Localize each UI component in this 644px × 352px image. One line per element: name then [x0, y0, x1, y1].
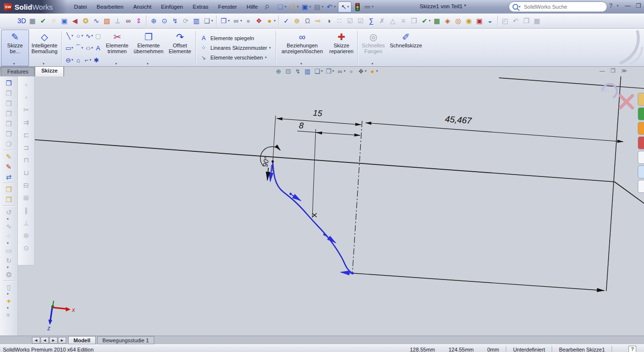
- image-quality-icon[interactable]: ▣: [59, 15, 70, 26]
- render-settings-icon[interactable]: ❖: [254, 15, 264, 26]
- view-front-cube-icon[interactable]: ❐: [2, 78, 15, 88]
- smart-dimension-caret[interactable]: ▾: [43, 62, 44, 66]
- previous-frame-button[interactable]: ◀: [41, 337, 49, 344]
- check-active-doc-icon-caret[interactable]: ▾: [429, 19, 431, 23]
- pin-menu-icon[interactable]: ⚲: [263, 2, 271, 11]
- menu-item-fenster[interactable]: Fenster: [213, 2, 242, 11]
- ellipse-tool-icon[interactable]: ○: [82, 44, 94, 52]
- scene-ball-icon-caret[interactable]: ▾: [274, 19, 276, 23]
- fillet-tool-icon-caret[interactable]: ▾: [89, 58, 91, 62]
- measure-extent-icon[interactable]: ⇕: [133, 15, 144, 26]
- zoom-fit-icon[interactable]: ⊕: [274, 67, 283, 75]
- menu-item-einf-gen[interactable]: Einfügen: [156, 2, 188, 11]
- taskpane-custom-properties-tab[interactable]: [638, 180, 644, 193]
- spline-handle-start[interactable]: [270, 165, 272, 181]
- accept-coin-icon[interactable]: ◉: [464, 15, 474, 26]
- move-copy-icon[interactable]: ⇄: [2, 172, 15, 182]
- polygon-tool-icon[interactable]: ⌂: [74, 56, 82, 64]
- dimension-8[interactable]: 8: [297, 121, 360, 135]
- display-style-icon-caret[interactable]: ▾: [333, 69, 335, 73]
- restore-button[interactable]: ❐: [636, 2, 641, 9]
- rainbow-cube-icon[interactable]: ▧: [102, 15, 112, 26]
- check-active-doc-icon[interactable]: ✔: [419, 15, 430, 26]
- routing-cable-icon[interactable]: ∿: [91, 15, 102, 26]
- taskpane-design-library-tab[interactable]: [638, 107, 644, 120]
- select-tool-button[interactable]: ↖ ▾: [338, 1, 351, 13]
- view-orientation-icon[interactable]: ❏: [312, 67, 322, 75]
- rebuild-traffic-light-icon[interactable]: [355, 3, 360, 11]
- repair-sketch-button[interactable]: ✚ Skizze reparieren: [327, 29, 356, 66]
- spline-point-3[interactable]: [323, 234, 326, 236]
- tape-measure-icon[interactable]: ⊚: [292, 15, 302, 26]
- taskpane-resources-tab[interactable]: [638, 93, 644, 106]
- taskpane-search-tab[interactable]: [638, 136, 644, 149]
- print-caret[interactable]: ▾: [322, 5, 323, 9]
- spline-point-x[interactable]: [312, 213, 317, 217]
- linear-pattern-caret[interactable]: ▾: [269, 46, 271, 50]
- design-study-icon[interactable]: ◈: [442, 15, 453, 26]
- sketch-canvas[interactable]: 15 8 45,467 90°: [35, 76, 644, 336]
- display-relations-button[interactable]: ∞ Beziehungen anzeigen/löschen ▾: [278, 29, 327, 66]
- spellchecker-abc-icon[interactable]: ✓: [281, 15, 292, 26]
- highlight-box-2-icon[interactable]: ❒: [2, 194, 15, 205]
- open-document-icon[interactable]: ❍: [287, 1, 298, 12]
- tab-modell[interactable]: Modell: [68, 336, 96, 344]
- spline-point-start[interactable]: [272, 161, 274, 163]
- new-view-sheet-icon-caret[interactable]: ▾: [211, 19, 213, 23]
- quick-tip-help-button[interactable]: ?: [629, 346, 636, 352]
- appearance-icon-caret[interactable]: ▾: [365, 69, 367, 73]
- binoculars-search-icon[interactable]: ∞: [123, 15, 133, 26]
- convert-entities-button[interactable]: ❐ Elemente übernehmen ▾: [131, 29, 166, 66]
- doc-minimize-button[interactable]: —: [600, 68, 605, 74]
- new-document-caret[interactable]: ▾: [285, 5, 287, 9]
- cancel-sketch-icon[interactable]: [620, 96, 632, 108]
- text-tool-icon[interactable]: A: [94, 44, 102, 52]
- gears-icon[interactable]: ❂: [80, 15, 91, 26]
- spline-point-end[interactable]: [351, 272, 353, 274]
- smart-dimension-button[interactable]: ◇ Intelligente Bemaßung ▾: [29, 29, 60, 66]
- fastener-screw-icon[interactable]: ⊥: [112, 15, 123, 26]
- pattern-grid-icon-caret[interactable]: ▾: [7, 241, 9, 245]
- menu-item-datei[interactable]: Datei: [69, 2, 92, 11]
- mass-properties-icon[interactable]: Ω: [302, 15, 313, 26]
- bottom-edge-line[interactable]: [352, 273, 604, 291]
- zoom-in-icon[interactable]: ⊕: [148, 15, 159, 26]
- view-orientation-icon-caret[interactable]: ▾: [321, 69, 323, 73]
- verification-check-icon[interactable]: ✔: [38, 15, 48, 26]
- equations-sigma-icon[interactable]: ∑: [366, 15, 377, 26]
- graphics-area[interactable]: 15 8 45,467 90°: [35, 76, 644, 336]
- section-view-icon[interactable]: ▥: [303, 67, 312, 75]
- taskpane-expand-button[interactable]: ≫: [621, 68, 627, 74]
- help-button[interactable]: ?: [609, 2, 613, 9]
- search-scope-caret[interactable]: ▾: [519, 5, 521, 9]
- spline-tool-icon-caret[interactable]: ▾: [91, 34, 93, 38]
- save-icon[interactable]: ▣: [300, 1, 310, 12]
- options-caret[interactable]: ▾: [372, 5, 374, 9]
- repair-sketch-icon[interactable]: ✎: [2, 161, 15, 172]
- menu-item-ansicht[interactable]: Ansicht: [128, 2, 156, 11]
- target-rings-icon[interactable]: ◎: [453, 15, 464, 26]
- dimension-45467[interactable]: 45,467: [366, 114, 623, 142]
- view-cube-icon-caret[interactable]: ▾: [228, 19, 230, 23]
- doc-restore-button[interactable]: ❐: [611, 68, 615, 74]
- rectangle-tool-icon-caret[interactable]: ▾: [72, 46, 73, 50]
- new-document-icon[interactable]: ❏: [275, 1, 286, 12]
- rotate-tool-icon-caret[interactable]: ▾: [7, 265, 9, 269]
- first-frame-button[interactable]: ◀: [32, 337, 40, 344]
- edit-sketch-icon[interactable]: ✎: [2, 151, 15, 161]
- hide-show-items-icon-caret[interactable]: ▾: [344, 69, 346, 73]
- sketch-nodes-icon[interactable]: ⁘: [48, 15, 59, 26]
- 3d-content-central-icon[interactable]: 3D: [16, 15, 27, 26]
- move-entities-button[interactable]: ↘ Elemente verschieben ▾: [200, 54, 272, 61]
- undo-caret[interactable]: ▾: [334, 5, 336, 9]
- section-view-icon[interactable]: ▥: [191, 15, 202, 26]
- construction-centerline[interactable]: [352, 121, 362, 272]
- appearance-icon[interactable]: ❖: [356, 67, 366, 75]
- taskpane-file-explorer-tab[interactable]: [638, 122, 644, 135]
- rollback-icon-caret[interactable]: ▾: [7, 217, 9, 221]
- move-face-icon[interactable]: ⇨: [313, 15, 323, 26]
- options-list-icon[interactable]: ≔: [362, 1, 373, 12]
- sustainability-globe-icon[interactable]: ◒: [485, 15, 496, 26]
- compare-documents-icon[interactable]: ▣: [474, 15, 485, 26]
- tab-bewegungsstudie[interactable]: Bewegungsstudie 1: [97, 336, 154, 344]
